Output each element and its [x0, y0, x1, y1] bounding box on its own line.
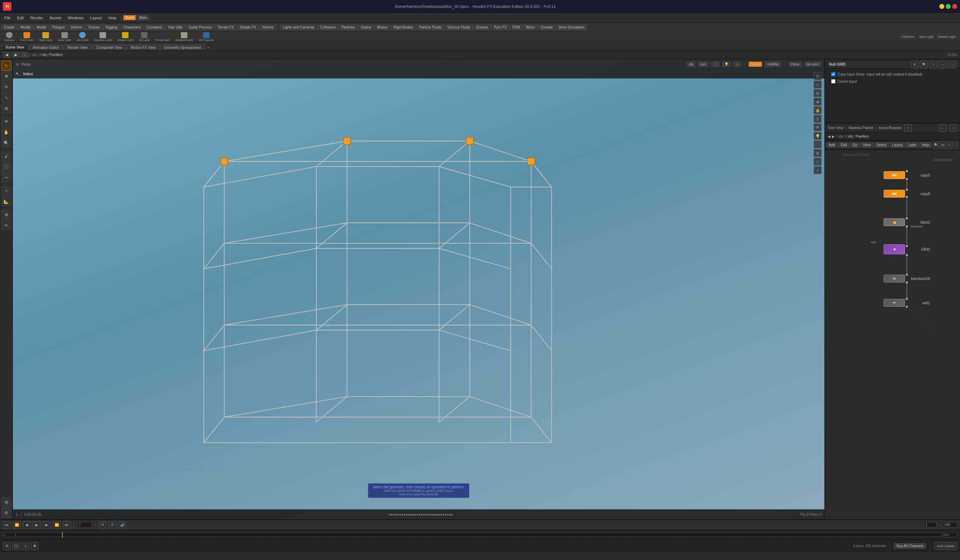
- network-filter-btn[interactable]: ⊟: [940, 141, 946, 149]
- deform-btn[interactable]: Deform: [68, 25, 85, 30]
- transform-tool-btn[interactable]: ⊞: [2, 104, 11, 113]
- skip-start-btn[interactable]: ⏮: [3, 521, 11, 529]
- network-canvas[interactable]: Education Edition Geometry: [825, 150, 960, 519]
- menu-file[interactable]: File: [2, 15, 14, 21]
- vp-fit-btn[interactable]: ⊡: [814, 72, 822, 80]
- network-select-btn[interactable]: Select: [874, 142, 889, 148]
- node-copy5[interactable]: ⊞⊞ copy5: [884, 171, 905, 179]
- node-copy6[interactable]: ⊞⊞ copy6: [884, 190, 905, 198]
- scale-tool-btn[interactable]: ⤡: [2, 93, 11, 103]
- vp-lock-btn[interactable]: 🔒: [814, 106, 822, 114]
- realtime-btn[interactable]: ⏱: [109, 521, 116, 529]
- tab-scene-view[interactable]: Scene View: [2, 44, 28, 50]
- auto-update-btn[interactable]: Auto Update: [934, 542, 957, 550]
- vrcamera-icon[interactable]: [203, 32, 210, 38]
- main-dropdown[interactable]: Main: [137, 15, 150, 20]
- menu-help[interactable]: Help: [105, 15, 119, 21]
- cursor-icon[interactable]: ↖: [16, 71, 19, 77]
- sculpt-tool-btn[interactable]: ⬛: [2, 162, 11, 172]
- back-btn[interactable]: ◀: [3, 52, 11, 57]
- key-all-channels-btn[interactable]: Key All Channels: [894, 543, 926, 549]
- pointlight-icon[interactable]: [24, 32, 30, 38]
- status-settings-btn[interactable]: ⚙: [3, 542, 11, 550]
- properties-max-btn[interactable]: □: [948, 61, 956, 69]
- create-btn[interactable]: Create: [2, 25, 17, 30]
- network-view-btn[interactable]: View: [861, 142, 873, 148]
- network-zoom-out-btn[interactable]: -: [953, 141, 958, 149]
- tab-composite-view[interactable]: Composite View: [93, 45, 126, 50]
- vp-ghost-btn[interactable]: ◻: [814, 158, 822, 166]
- tab-animation-editor[interactable]: Animation Editor: [29, 45, 63, 50]
- grid-btn[interactable]: ⊞: [2, 497, 11, 507]
- prev-key-btn[interactable]: ⏪: [13, 521, 21, 529]
- tab-render-view[interactable]: Render View: [64, 45, 92, 50]
- modify-btn[interactable]: Modify: [18, 25, 33, 30]
- copy6-box[interactable]: ⊞⊞: [884, 190, 905, 198]
- vp-snap-btn[interactable]: ⊹: [733, 62, 741, 67]
- simplefx-btn[interactable]: Simple FX: [237, 25, 259, 30]
- guideprocess-btn[interactable]: Guide Process: [186, 25, 214, 30]
- vp-bg-btn[interactable]: ⬛: [814, 140, 822, 148]
- network-edit-btn[interactable]: Edit: [838, 142, 850, 148]
- maximize-btn[interactable]: [946, 4, 951, 9]
- handle-btn[interactable]: ⊕: [2, 210, 11, 220]
- constants-btn[interactable]: Constants: [144, 25, 165, 30]
- menu-edit[interactable]: Edit: [14, 15, 27, 21]
- grid-box[interactable]: ✦: [884, 244, 905, 254]
- vp-info-btn[interactable]: ℹ: [814, 115, 822, 123]
- properties-gear-btn[interactable]: ⚙: [911, 61, 918, 69]
- intensitylight-icon[interactable]: [99, 32, 106, 38]
- camera-zoom-btn[interactable]: 🔍: [2, 138, 11, 148]
- menu-render[interactable]: Render: [27, 15, 46, 21]
- characters-btn[interactable]: Characters: [121, 25, 143, 30]
- copy-input-checkbox[interactable]: [831, 72, 835, 77]
- grains-btn[interactable]: Grains: [358, 25, 374, 30]
- paint-tool-btn[interactable]: 🖌: [2, 151, 11, 161]
- menu-windows[interactable]: Windows: [65, 15, 87, 21]
- view-tool-btn[interactable]: 👁: [2, 116, 11, 127]
- network-help-btn[interactable]: Help: [919, 142, 932, 148]
- tab-motion-fx[interactable]: Motion FX View: [127, 45, 160, 50]
- node-transform16[interactable]: ⊞ transform16: [884, 274, 905, 282]
- model-btn[interactable]: Model: [34, 25, 48, 30]
- oceans-btn[interactable]: Oceans: [473, 25, 490, 30]
- tab-geo-spreadsheet[interactable]: Geometry Spreadsheet: [160, 45, 205, 50]
- persp-dropdown[interactable]: Persp: [789, 62, 802, 67]
- arealight-icon[interactable]: [61, 32, 68, 38]
- curve-tool-btn[interactable]: 〜: [2, 172, 11, 183]
- camera-pan-btn[interactable]: ✋: [2, 127, 11, 137]
- vp-obj-btn[interactable]: obj: [686, 62, 695, 67]
- spotlight-icon[interactable]: [42, 32, 49, 38]
- current-frame-input[interactable]: [77, 522, 92, 528]
- terrainfx-btn[interactable]: Terrain FX: [215, 25, 236, 30]
- snap-btn[interactable]: ⊹: [2, 186, 11, 196]
- transform16-box[interactable]: ⊞: [884, 274, 905, 282]
- network-search-btn[interactable]: 🔍: [933, 141, 939, 149]
- vp-light-btn[interactable]: 💡: [722, 62, 731, 67]
- network-add-tab-btn[interactable]: +: [904, 124, 912, 132]
- timeline-end-input[interactable]: [943, 532, 957, 537]
- network-labs-btn[interactable]: Labs: [906, 142, 919, 148]
- lights-cameras-btn[interactable]: Lights and Cameras: [280, 25, 317, 30]
- properties-search-btn[interactable]: 🔍: [920, 61, 928, 69]
- vp-eye-btn[interactable]: 👁: [814, 123, 822, 131]
- hairutils-btn[interactable]: Hair Utils: [166, 25, 185, 30]
- next-key-btn[interactable]: ⏩: [53, 521, 61, 529]
- network-min-btn[interactable]: ─: [939, 124, 946, 132]
- fem-btn[interactable]: FEM: [510, 25, 522, 30]
- network-path-back[interactable]: ◀: [827, 134, 830, 139]
- visibility-dropdown[interactable]: Visibility: [765, 62, 781, 67]
- wires-btn[interactable]: Wires: [523, 25, 538, 30]
- rigging-btn[interactable]: Rigging: [103, 25, 120, 30]
- particlefluids-btn[interactable]: Particle Fluids: [416, 25, 444, 30]
- vp-render-btn[interactable]: ⬛: [711, 62, 720, 67]
- play-btn[interactable]: ▶: [33, 521, 41, 529]
- skip-end-btn[interactable]: ⏭: [63, 521, 70, 529]
- frame-start-input[interactable]: [924, 522, 936, 528]
- vp-shaded-btn[interactable]: ■: [814, 98, 822, 105]
- blast2-box[interactable]: 💥: [884, 218, 905, 226]
- node-grid[interactable]: ✦ Null GRID: [884, 244, 905, 254]
- vp-wireframe-btn[interactable]: ⊟: [814, 89, 822, 97]
- vp-frame-btn[interactable]: □: [814, 81, 822, 88]
- portallight-icon[interactable]: [160, 32, 166, 38]
